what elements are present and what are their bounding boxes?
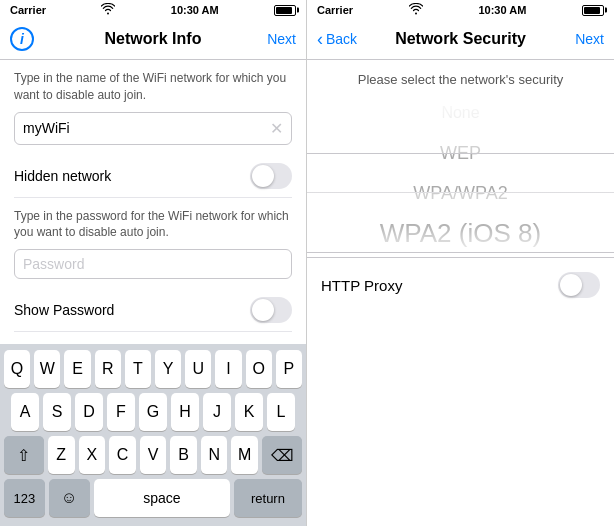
left-next-button[interactable]: Next bbox=[267, 31, 296, 47]
key-123[interactable]: 123 bbox=[4, 479, 45, 517]
key-e[interactable]: E bbox=[64, 350, 90, 388]
picker-item-none[interactable]: None bbox=[307, 93, 614, 133]
keyboard-row-3: ⇧ Z X C V B N M ⌫ bbox=[4, 436, 302, 474]
key-u[interactable]: U bbox=[185, 350, 211, 388]
key-l[interactable]: L bbox=[267, 393, 295, 431]
key-i[interactable]: I bbox=[215, 350, 241, 388]
right-battery-icon bbox=[582, 5, 604, 16]
key-r[interactable]: R bbox=[95, 350, 121, 388]
left-battery-icon bbox=[274, 5, 296, 16]
right-panel: Carrier 10:30 AM ‹ Back Network Security… bbox=[307, 0, 614, 526]
key-b[interactable]: B bbox=[170, 436, 197, 474]
key-d[interactable]: D bbox=[75, 393, 103, 431]
key-s[interactable]: S bbox=[43, 393, 71, 431]
key-space[interactable]: space bbox=[94, 479, 230, 517]
right-wifi-icon bbox=[409, 3, 423, 17]
key-delete[interactable]: ⌫ bbox=[262, 436, 302, 474]
key-v[interactable]: V bbox=[140, 436, 167, 474]
show-password-toggle[interactable] bbox=[250, 297, 292, 323]
right-next-button[interactable]: Next bbox=[575, 31, 604, 47]
key-j[interactable]: J bbox=[203, 393, 231, 431]
hidden-network-row: Hidden network bbox=[14, 155, 292, 198]
show-password-label: Show Password bbox=[14, 302, 114, 318]
key-c[interactable]: C bbox=[109, 436, 136, 474]
keyboard: Q W E R T Y U I O P A S D F G H J K L ⇧ … bbox=[0, 344, 306, 526]
info-icon[interactable]: i bbox=[10, 27, 34, 51]
back-arrow-icon: ‹ bbox=[317, 30, 323, 48]
password-input-row[interactable] bbox=[14, 249, 292, 279]
key-q[interactable]: Q bbox=[4, 350, 30, 388]
key-w[interactable]: W bbox=[34, 350, 60, 388]
left-panel: Carrier 10:30 AM i Network Info Next Typ… bbox=[0, 0, 307, 526]
key-t[interactable]: T bbox=[125, 350, 151, 388]
picker-description: Please select the network's security bbox=[307, 60, 614, 93]
security-picker[interactable]: None WEP WPA/WPA2 WPA2 (iOS 8) bbox=[307, 93, 614, 253]
right-content: Please select the network's security Non… bbox=[307, 60, 614, 526]
picker-selection-indicator bbox=[307, 153, 614, 193]
right-nav-bar: ‹ Back Network Security Next bbox=[307, 20, 614, 60]
right-status-bar: Carrier 10:30 AM bbox=[307, 0, 614, 20]
wifi-input[interactable] bbox=[23, 120, 270, 136]
show-password-row: Show Password bbox=[14, 289, 292, 332]
key-n[interactable]: N bbox=[201, 436, 228, 474]
back-label: Back bbox=[326, 31, 357, 47]
http-proxy-row: HTTP Proxy bbox=[307, 257, 614, 312]
keyboard-row-2: A S D F G H J K L bbox=[4, 393, 302, 431]
key-p[interactable]: P bbox=[276, 350, 302, 388]
left-nav-bar: i Network Info Next bbox=[0, 20, 306, 60]
hidden-network-label: Hidden network bbox=[14, 168, 111, 184]
key-x[interactable]: X bbox=[79, 436, 106, 474]
wifi-description: Type in the name of the WiFi network for… bbox=[14, 70, 292, 104]
key-k[interactable]: K bbox=[235, 393, 263, 431]
key-z[interactable]: Z bbox=[48, 436, 75, 474]
left-nav-right: Next bbox=[246, 31, 296, 47]
key-o[interactable]: O bbox=[246, 350, 272, 388]
picker-item-wpa2ios8[interactable]: WPA2 (iOS 8) bbox=[307, 213, 614, 253]
right-nav-left: ‹ Back bbox=[317, 30, 367, 48]
wifi-input-row[interactable]: ✕ bbox=[14, 112, 292, 145]
http-proxy-toggle[interactable] bbox=[558, 272, 600, 298]
key-return[interactable]: return bbox=[234, 479, 302, 517]
key-a[interactable]: A bbox=[11, 393, 39, 431]
right-carrier: Carrier bbox=[317, 4, 353, 16]
left-nav-title: Network Info bbox=[60, 30, 246, 48]
right-nav-right: Next bbox=[554, 31, 604, 47]
key-f[interactable]: F bbox=[107, 393, 135, 431]
hidden-network-toggle[interactable] bbox=[250, 163, 292, 189]
left-content: Type in the name of the WiFi network for… bbox=[0, 60, 306, 344]
key-h[interactable]: H bbox=[171, 393, 199, 431]
key-g[interactable]: G bbox=[139, 393, 167, 431]
key-m[interactable]: M bbox=[231, 436, 258, 474]
keyboard-row-1: Q W E R T Y U I O P bbox=[4, 350, 302, 388]
right-time: 10:30 AM bbox=[478, 4, 526, 16]
http-proxy-label: HTTP Proxy bbox=[321, 277, 402, 294]
left-wifi-icon bbox=[101, 3, 115, 17]
key-emoji[interactable]: ☺ bbox=[49, 479, 90, 517]
password-input[interactable] bbox=[23, 256, 283, 272]
key-shift[interactable]: ⇧ bbox=[4, 436, 44, 474]
key-y[interactable]: Y bbox=[155, 350, 181, 388]
password-description: Type in the password for the WiFi networ… bbox=[14, 208, 292, 242]
wifi-clear-icon[interactable]: ✕ bbox=[270, 119, 283, 138]
left-carrier: Carrier bbox=[10, 4, 46, 16]
back-button[interactable]: ‹ Back bbox=[317, 30, 357, 48]
left-nav-left: i bbox=[10, 27, 60, 51]
left-time: 10:30 AM bbox=[171, 4, 219, 16]
keyboard-row-4: 123 ☺ space return bbox=[4, 479, 302, 517]
right-nav-title: Network Security bbox=[367, 30, 554, 48]
left-status-bar: Carrier 10:30 AM bbox=[0, 0, 306, 20]
